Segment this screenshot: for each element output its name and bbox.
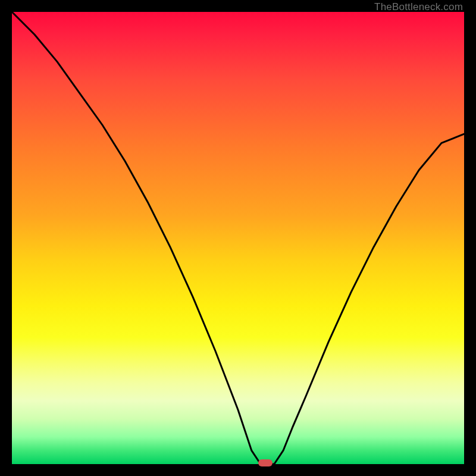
watermark-text: TheBottleneck.com [374, 1, 463, 13]
bottleneck-marker [258, 459, 273, 466]
plot-area [12, 12, 464, 464]
bottleneck-curve [12, 12, 464, 464]
curve-svg [12, 12, 464, 464]
chart-container: TheBottleneck.com [0, 0, 476, 476]
